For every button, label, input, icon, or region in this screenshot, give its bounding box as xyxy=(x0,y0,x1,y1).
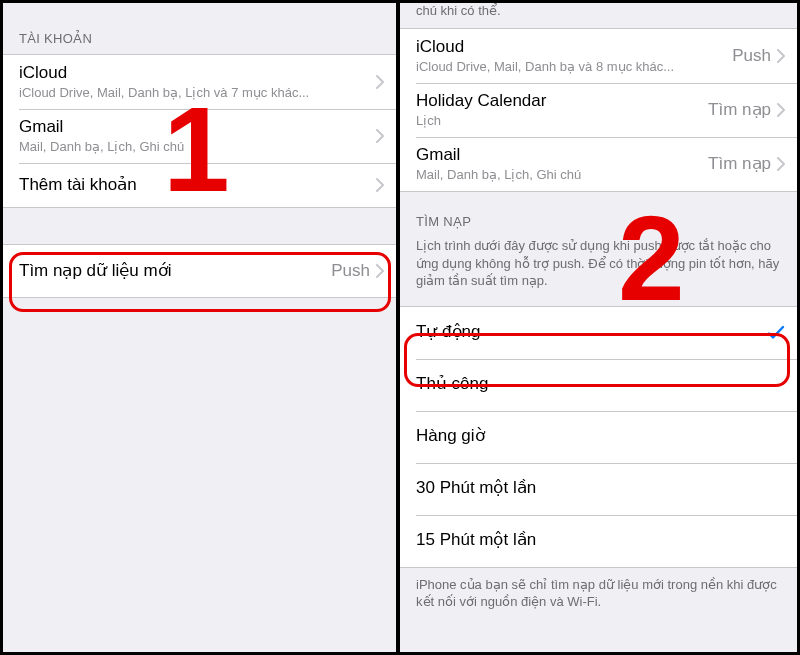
fetch-option-hourly[interactable]: Hàng giờ xyxy=(400,411,797,463)
account-row-icloud[interactable]: iCloud iCloud Drive, Mail, Danh bạ, Lịch… xyxy=(3,55,396,109)
row-value: Push xyxy=(331,261,370,281)
row-title: Tìm nạp dữ liệu mới xyxy=(19,261,331,281)
row-subtitle: Mail, Danh bạ, Lịch, Ghi chú xyxy=(416,167,708,183)
account-fetch-row-holiday[interactable]: Holiday Calendar Lịch Tìm nạp xyxy=(400,83,797,137)
row-title: Gmail xyxy=(19,117,376,137)
account-fetch-row-gmail[interactable]: Gmail Mail, Danh bạ, Lịch, Ghi chú Tìm n… xyxy=(400,137,797,191)
option-label: 30 Phút một lần xyxy=(416,478,785,498)
fetch-schedule-list: Tự động Thủ công Hàng giờ 30 Phút một lầ… xyxy=(400,306,797,568)
add-account-row[interactable]: Thêm tài khoản xyxy=(3,163,396,207)
account-fetch-row-icloud[interactable]: iCloud iCloud Drive, Mail, Danh bạ và 8 … xyxy=(400,29,797,83)
chevron-right-icon xyxy=(376,129,384,143)
accounts-list: iCloud iCloud Drive, Mail, Danh bạ, Lịch… xyxy=(3,54,396,208)
accounts-section-header: TÀI KHOẢN xyxy=(3,3,396,54)
chevron-right-icon xyxy=(376,178,384,192)
fetch-option-15min[interactable]: 15 Phút một lần xyxy=(400,515,797,567)
accounts-fetch-list: iCloud iCloud Drive, Mail, Danh bạ và 8 … xyxy=(400,28,797,192)
row-title: iCloud xyxy=(19,63,376,83)
option-label: 15 Phút một lần xyxy=(416,530,785,550)
fetch-section-description: Lịch trình dưới đây được sử dụng khi pus… xyxy=(400,237,797,306)
chevron-right-icon xyxy=(376,264,384,278)
row-title: iCloud xyxy=(416,37,732,57)
chevron-right-icon xyxy=(777,157,785,171)
row-value: Tìm nạp xyxy=(708,153,771,174)
account-row-gmail[interactable]: Gmail Mail, Danh bạ, Lịch, Ghi chú xyxy=(3,109,396,163)
fetch-bottom-note: iPhone của bạn sẽ chỉ tìm nạp dữ liệu mớ… xyxy=(400,568,797,627)
row-title: Gmail xyxy=(416,145,708,165)
row-subtitle: Mail, Danh bạ, Lịch, Ghi chú xyxy=(19,139,376,155)
fetch-new-data-panel: chú khi có thể. iCloud iCloud Drive, Mai… xyxy=(400,3,797,652)
chevron-right-icon xyxy=(777,49,785,63)
checkmark-icon xyxy=(767,324,785,342)
option-label: Tự động xyxy=(416,322,767,342)
chevron-right-icon xyxy=(376,75,384,89)
row-subtitle: iCloud Drive, Mail, Danh bạ và 8 mục khá… xyxy=(416,59,732,75)
fetch-option-manual[interactable]: Thủ công xyxy=(400,359,797,411)
settings-accounts-panel: TÀI KHOẢN iCloud iCloud Drive, Mail, Dan… xyxy=(3,3,400,652)
fetch-section-header: TÌM NẠP xyxy=(400,192,797,237)
row-value: Tìm nạp xyxy=(708,99,771,120)
fetch-option-auto[interactable]: Tự động xyxy=(400,307,797,359)
row-value: Push xyxy=(732,46,771,66)
row-subtitle: iCloud Drive, Mail, Danh bạ, Lịch và 7 m… xyxy=(19,85,376,101)
option-label: Thủ công xyxy=(416,374,785,394)
fetch-new-data-row[interactable]: Tìm nạp dữ liệu mới Push xyxy=(3,245,396,297)
fetch-option-30min[interactable]: 30 Phút một lần xyxy=(400,463,797,515)
truncated-footer-text: chú khi có thể. xyxy=(400,3,797,28)
fetch-new-data-list: Tìm nạp dữ liệu mới Push xyxy=(3,244,396,298)
row-subtitle: Lịch xyxy=(416,113,708,129)
row-title: Thêm tài khoản xyxy=(19,175,376,195)
row-title: Holiday Calendar xyxy=(416,91,708,111)
chevron-right-icon xyxy=(777,103,785,117)
option-label: Hàng giờ xyxy=(416,426,785,446)
